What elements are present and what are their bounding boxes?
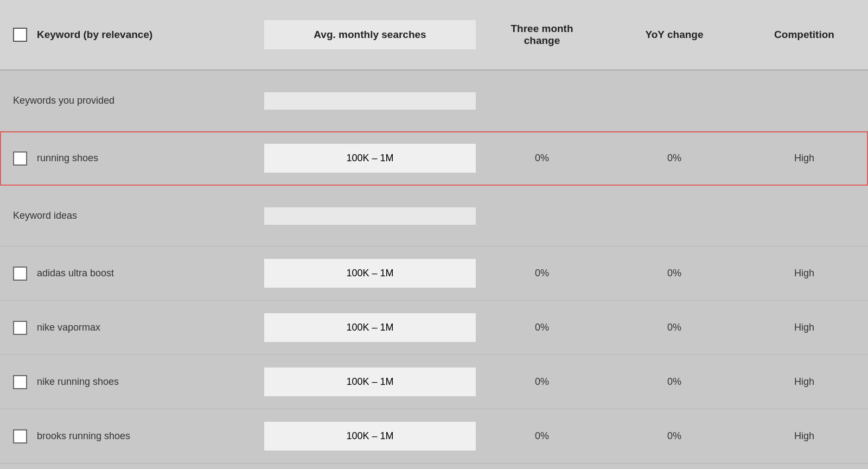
table-row-brooks-running-shoes: brooks running shoes 100K – 1M 0% 0% Hig… [0,409,868,464]
header-keyword-label: Keyword (by relevance) [37,29,152,41]
header-yoy-col: YoY change [608,20,741,49]
checkbox-nike-running[interactable] [13,375,27,389]
three-month-brooks: 0% [476,422,608,451]
section-label-ideas: Keyword ideas [0,201,264,230]
header-keyword-col: Keyword (by relevance) [0,19,264,50]
competition-vapormax: High [741,313,868,342]
checkbox-vapormax[interactable] [13,321,27,335]
section-yoy-blank-ideas [608,207,741,225]
checkbox-brooks[interactable] [13,429,27,443]
keyword-text-running-shoes: running shoes [37,153,98,164]
keyword-cell-adidas: adidas ultra boost [0,258,264,289]
header-avg-searches-col: Avg. monthly searches [264,20,476,49]
section-avg-blank-ideas [264,207,476,225]
competition-brooks: High [741,422,868,451]
header-competition-col: Competition [741,20,868,49]
section-label-provided: Keywords you provided [0,86,264,115]
keyword-cell-brooks: brooks running shoes [0,421,264,452]
keyword-text-vapormax: nike vapormax [37,322,100,333]
yoy-vapormax: 0% [608,313,741,342]
yoy-brooks: 0% [608,422,741,451]
section-three-month-blank-ideas [476,207,608,225]
keyword-cell-vapormax: nike vapormax [0,312,264,344]
avg-searches-brooks: 100K – 1M [264,422,476,451]
checkbox-adidas[interactable] [13,267,27,281]
section-competition-blank-ideas [741,207,868,225]
competition-adidas: High [741,259,868,288]
section-competition-blank-provided [741,92,868,110]
section-header-ideas: Keyword ideas [0,186,868,246]
keyword-table: Keyword (by relevance) Avg. monthly sear… [0,0,868,464]
table-row-running-shoes: running shoes 100K – 1M 0% 0% High [0,131,868,186]
section-yoy-blank-provided [608,92,741,110]
three-month-adidas: 0% [476,259,608,288]
yoy-adidas: 0% [608,259,741,288]
avg-searches-adidas: 100K – 1M [264,259,476,288]
three-month-running-shoes: 0% [476,144,608,173]
header-three-month-col: Three month change [476,14,608,55]
avg-searches-nike-running: 100K – 1M [264,367,476,396]
checkbox-running-shoes[interactable] [13,151,27,166]
keyword-text-nike-running: nike running shoes [37,376,119,388]
avg-searches-running-shoes: 100K – 1M [264,144,476,173]
yoy-nike-running: 0% [608,367,741,396]
table-header: Keyword (by relevance) Avg. monthly sear… [0,0,868,71]
header-checkbox[interactable] [13,28,27,42]
three-month-nike-running: 0% [476,367,608,396]
keyword-text-brooks: brooks running shoes [37,430,130,442]
avg-searches-vapormax: 100K – 1M [264,313,476,342]
three-month-vapormax: 0% [476,313,608,342]
section-avg-blank-provided [264,92,476,110]
keyword-cell-nike-running: nike running shoes [0,366,264,398]
table-row-adidas-ultra-boost: adidas ultra boost 100K – 1M 0% 0% High [0,246,868,301]
competition-nike-running: High [741,367,868,396]
keyword-cell-running-shoes: running shoes [0,143,264,174]
keyword-text-adidas: adidas ultra boost [37,268,114,279]
yoy-running-shoes: 0% [608,144,741,173]
table-row-nike-vapormax: nike vapormax 100K – 1M 0% 0% High [0,301,868,355]
section-three-month-blank-provided [476,92,608,110]
table-row-nike-running-shoes: nike running shoes 100K – 1M 0% 0% High [0,355,868,409]
competition-running-shoes: High [741,144,868,173]
section-header-provided: Keywords you provided [0,71,868,131]
